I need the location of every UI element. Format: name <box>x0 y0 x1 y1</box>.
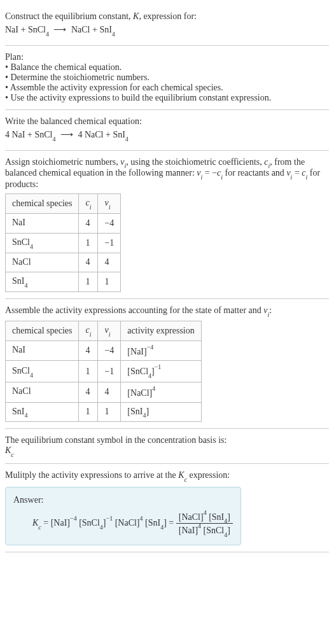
term2-exp: −1 <box>106 515 113 522</box>
eq1c-sub: i <box>221 174 223 181</box>
table-row: SnCl4 1 −1 <box>6 233 121 253</box>
col-activity: activity expression <box>121 321 201 340</box>
numerator: [NaCl]4 [SnI4] <box>176 510 233 524</box>
K-symbol: K <box>133 11 139 21</box>
reactant1: NaI <box>5 25 18 34</box>
cell-ci: 4 <box>79 340 98 361</box>
eq2b: = <box>292 168 302 178</box>
coef3: 4 <box>78 130 82 139</box>
b-product2: SnI <box>113 130 125 139</box>
b-product1: NaCl <box>85 130 104 139</box>
table-row: SnCl4 1 −1 [SnCl4]−1 <box>6 361 202 382</box>
activity-text: Assemble the activity expressions accoun… <box>5 305 329 317</box>
reaction-arrow: ⟶ <box>51 25 69 34</box>
cell-ci: 1 <box>79 402 98 422</box>
term3: [NaCl] <box>115 518 140 528</box>
term3-exp: 4 <box>140 515 143 522</box>
table-row: NaI 4 −4 [NaI]−4 <box>6 340 202 361</box>
eq2a: ν <box>286 168 290 178</box>
eq2a-sub: i <box>291 174 293 181</box>
kc-symbol: Kc <box>5 445 329 457</box>
b-reactant2-sub: 4 <box>52 136 55 143</box>
cell-activity: [SnCl4]−1 <box>121 361 201 382</box>
term2-close: ] <box>103 518 106 528</box>
stoich-text: Assign stoichiometric numbers, νi, using… <box>5 157 329 190</box>
activity-section: Assemble the activity expressions accoun… <box>5 299 329 429</box>
unbalanced-equation: NaI + SnCl4 ⟶ NaCl + SnI4 <box>5 24 329 36</box>
activity-table: chemical species ci νi activity expressi… <box>5 321 202 422</box>
table-header-row: chemical species ci νi activity expressi… <box>6 321 202 340</box>
balanced-equation: 4 NaI + SnCl4 ⟶ 4 NaCl + SnI4 <box>5 129 329 141</box>
plan-bullet2: • Determine the stoichiometric numbers. <box>5 73 329 83</box>
cell-species: SnCl4 <box>6 233 79 253</box>
term2: [SnCl <box>79 518 100 528</box>
b-reactant2: SnCl <box>34 130 52 139</box>
table-row: NaCl 4 4 <box>6 253 121 272</box>
table-row: SnI4 1 1 [SnI4] <box>6 402 202 422</box>
denominator: [NaI]4 [SnCl4] <box>176 524 233 536</box>
b-reactant1: NaI <box>12 130 25 139</box>
st-text1: Assign stoichiometric numbers, <box>5 157 120 167</box>
product2: SnI <box>99 25 111 34</box>
table-row: NaCl 4 4 [NaCl]4 <box>6 382 202 402</box>
cell-nui: 4 <box>98 382 121 402</box>
plus2: + <box>90 25 99 34</box>
cell-activity: [NaI]−4 <box>121 340 201 361</box>
cell-nui: −4 <box>98 340 121 361</box>
balanced-section: Write the balanced chemical equation: 4 … <box>5 110 329 151</box>
cell-species: SnI4 <box>6 402 79 422</box>
cell-species: SnI4 <box>6 272 79 292</box>
cell-nui: −1 <box>98 361 121 382</box>
eq1a-sub: i <box>201 174 203 181</box>
cell-activity: [SnI4] <box>121 402 201 422</box>
stoich-table: chemical species ci νi NaI 4 −4 SnCl4 1 … <box>5 193 121 292</box>
col-species: chemical species <box>6 321 79 340</box>
eq1a: ν <box>197 168 200 178</box>
eq-sign: = <box>41 518 51 528</box>
eq-sign2: = <box>167 518 176 528</box>
term4-sub: 4 <box>160 524 164 531</box>
col-nui: νi <box>98 194 121 214</box>
plan-section: Plan: • Balance the chemical equation. •… <box>5 46 329 110</box>
cell-ci: 1 <box>79 272 98 292</box>
cell-ci: 1 <box>79 233 98 253</box>
cell-ci: 1 <box>79 361 98 382</box>
product2-sub: 4 <box>112 31 115 38</box>
col-ci: ci <box>79 321 98 340</box>
b-arrow: ⟶ <box>58 130 76 139</box>
cell-species: NaCl <box>6 253 79 272</box>
eq2c-sub: i <box>306 174 308 181</box>
answer-equation: Kc = [NaI]−4 [SnCl4]−1 [NaCl]4 [SnI4] = … <box>13 510 233 537</box>
col-ci: ci <box>79 194 98 214</box>
cell-species: NaI <box>6 340 79 361</box>
symbol-text: The equilibrium constant symbol in the c… <box>5 435 329 445</box>
fraction: [NaCl]4 [SnI4] [NaI]4 [SnCl4] <box>176 510 233 537</box>
mul-text2: expression: <box>187 470 230 480</box>
ci-sub: i <box>90 204 92 211</box>
coef1: 4 <box>5 130 10 139</box>
multiply-text: Mulitply the activity expressions to arr… <box>5 470 329 482</box>
cell-species: SnCl4 <box>6 361 79 382</box>
act-text: Assemble the activity expressions accoun… <box>5 305 263 315</box>
Kc: K <box>32 518 38 528</box>
cell-species: NaI <box>6 213 79 233</box>
cell-nui: 4 <box>98 253 121 272</box>
plan-bullet1: • Balance the chemical equation. <box>5 62 329 73</box>
table-header-row: chemical species ci νi <box>6 194 121 214</box>
st-text2: , using the stoichiometric coefficients, <box>126 157 264 167</box>
symbol-section: The equilibrium constant symbol in the c… <box>5 429 329 464</box>
c-sub: i <box>268 162 270 169</box>
cell-nui: −1 <box>98 233 121 253</box>
answer-label: Answer: <box>13 495 233 505</box>
table-row: NaI 4 −4 <box>6 213 121 233</box>
term4: [SnI <box>145 518 160 528</box>
reactant2-sub: 4 <box>46 31 49 38</box>
intro-text2: , expression for: <box>139 11 197 21</box>
col-nui: νi <box>98 321 121 340</box>
intro-line1: Construct the equilibrium constant, K, e… <box>5 11 329 22</box>
cell-nui: −4 <box>98 213 121 233</box>
col-species: chemical species <box>6 194 79 214</box>
answer-section: Mulitply the activity expressions to arr… <box>5 464 329 552</box>
st-text4: for reactants and <box>223 168 286 178</box>
product1: NaCl <box>71 25 90 34</box>
